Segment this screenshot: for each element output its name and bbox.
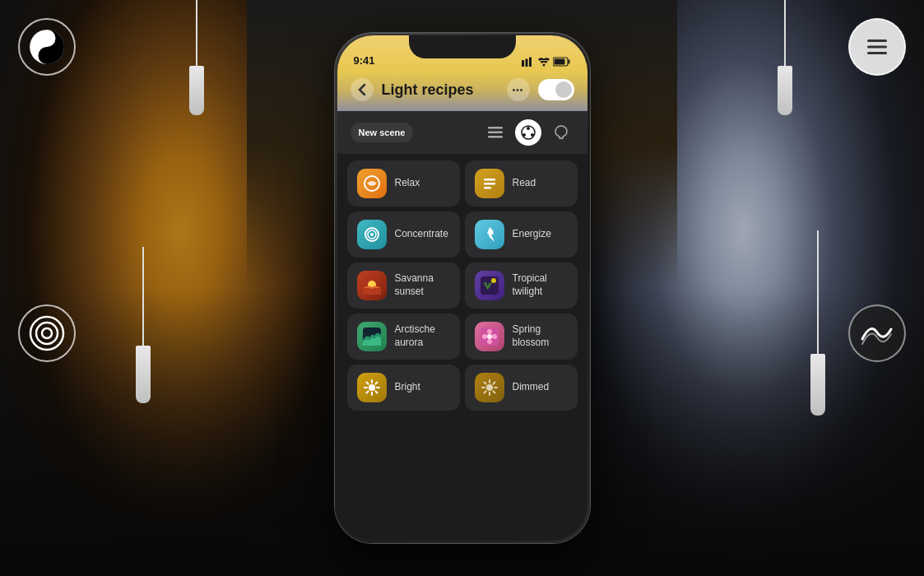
phone-screen: 9:41 bbox=[337, 35, 587, 541]
spring-label: Spring blossom bbox=[513, 323, 568, 349]
target-icon bbox=[18, 304, 76, 362]
svg-line-60 bbox=[484, 391, 485, 393]
svg-point-43 bbox=[369, 384, 375, 391]
spring-icon bbox=[475, 322, 504, 351]
svg-rect-18 bbox=[488, 132, 503, 134]
recipe-arctic-aurora[interactable]: Arctische aurora bbox=[347, 314, 460, 360]
lamp-cord bbox=[817, 230, 819, 354]
lamp-mid-right bbox=[810, 230, 825, 416]
svg-rect-19 bbox=[488, 136, 503, 138]
toolbar: New scene bbox=[337, 111, 587, 154]
relax-icon bbox=[357, 169, 387, 198]
page-title: Light recipes bbox=[382, 81, 499, 99]
status-time: 9:41 bbox=[354, 54, 375, 67]
svg-point-23 bbox=[522, 133, 526, 137]
concentrate-label: Concentrate bbox=[395, 228, 448, 241]
recipe-bright[interactable]: Bright bbox=[347, 365, 460, 411]
svg-point-13 bbox=[542, 64, 545, 67]
more-button[interactable]: ••• bbox=[507, 78, 530, 101]
relax-label: Relax bbox=[395, 177, 420, 190]
lamp-body bbox=[189, 66, 204, 115]
recipe-energize[interactable]: Energize bbox=[465, 211, 578, 258]
svg-point-38 bbox=[487, 334, 492, 339]
app-header: Light recipes ••• bbox=[337, 72, 587, 111]
lamp-cord bbox=[784, 0, 786, 66]
list-view-button[interactable] bbox=[482, 119, 508, 146]
recipe-dimmed[interactable]: Dimmed bbox=[465, 365, 578, 411]
new-label: New bbox=[359, 128, 378, 137]
svg-point-41 bbox=[482, 334, 487, 339]
svg-line-57 bbox=[484, 383, 485, 384]
lamp-body bbox=[136, 346, 151, 403]
new-scene-button[interactable]: New scene bbox=[351, 123, 414, 142]
svg-line-50 bbox=[375, 383, 377, 384]
tropical-icon bbox=[475, 271, 504, 300]
wave-icon bbox=[848, 304, 906, 362]
svg-line-58 bbox=[493, 391, 495, 393]
concentrate-icon bbox=[357, 220, 387, 249]
svg-rect-15 bbox=[568, 60, 569, 64]
recipe-tropical-twilight[interactable]: Tropical twilight bbox=[465, 262, 578, 309]
bright-icon bbox=[357, 373, 387, 402]
arctic-icon bbox=[357, 322, 387, 351]
recipe-relax[interactable]: Relax bbox=[347, 160, 460, 207]
arctic-label: Arctische aurora bbox=[395, 323, 450, 349]
svg-point-31 bbox=[370, 233, 374, 236]
lamp-cord bbox=[196, 0, 197, 66]
svg-rect-4 bbox=[867, 39, 887, 42]
status-bar: 9:41 bbox=[337, 35, 587, 72]
palette-view-button[interactable] bbox=[515, 119, 541, 146]
recipes-grid: Relax Read bbox=[337, 154, 587, 417]
svg-rect-27 bbox=[484, 183, 495, 185]
scene-label: scene bbox=[379, 128, 405, 137]
svg-point-2 bbox=[44, 53, 50, 59]
svg-rect-6 bbox=[867, 52, 887, 54]
recipe-savanna-sunset[interactable]: Savanna sunset bbox=[347, 262, 460, 309]
tropical-label: Tropical twilight bbox=[513, 272, 568, 298]
svg-line-59 bbox=[493, 383, 495, 384]
svg-rect-16 bbox=[554, 59, 564, 65]
phone-mockup: 9:41 bbox=[335, 33, 590, 543]
savanna-icon bbox=[357, 271, 387, 300]
svg-rect-11 bbox=[525, 59, 527, 67]
toggle-switch[interactable] bbox=[538, 79, 574, 100]
svg-line-49 bbox=[375, 391, 377, 393]
lamp-body bbox=[810, 354, 825, 416]
svg-rect-33 bbox=[363, 288, 381, 295]
recipe-read[interactable]: Read bbox=[465, 160, 578, 207]
svg-line-51 bbox=[366, 391, 368, 393]
lamp-body bbox=[778, 66, 792, 115]
yin-yang-icon bbox=[18, 18, 76, 76]
bright-label: Bright bbox=[395, 381, 420, 394]
lamp-top-left bbox=[189, 0, 204, 115]
bulb-view-button[interactable] bbox=[548, 119, 574, 146]
svg-rect-26 bbox=[484, 179, 495, 181]
dimmed-label: Dimmed bbox=[513, 381, 550, 394]
svg-rect-28 bbox=[484, 187, 491, 189]
notch bbox=[409, 35, 516, 58]
dimmed-icon bbox=[475, 373, 504, 402]
svg-rect-10 bbox=[522, 60, 524, 67]
svg-rect-24 bbox=[560, 138, 563, 139]
read-label: Read bbox=[513, 177, 536, 190]
lamp-mid-left bbox=[136, 247, 151, 403]
svg-point-35 bbox=[491, 278, 496, 283]
read-icon bbox=[475, 169, 504, 198]
status-icons bbox=[522, 57, 571, 67]
energize-icon bbox=[475, 220, 504, 249]
svg-point-1 bbox=[44, 35, 50, 42]
back-button[interactable] bbox=[351, 78, 374, 101]
lamp-top-right bbox=[778, 0, 792, 115]
energize-label: Energize bbox=[513, 228, 551, 241]
menu-icon[interactable] bbox=[848, 18, 906, 76]
svg-point-22 bbox=[531, 133, 534, 137]
svg-line-48 bbox=[366, 383, 368, 384]
svg-point-9 bbox=[42, 328, 52, 338]
svg-rect-5 bbox=[867, 46, 887, 49]
recipe-concentrate[interactable]: Concentrate bbox=[347, 211, 460, 258]
savanna-label: Savanna sunset bbox=[395, 272, 450, 298]
svg-point-8 bbox=[36, 323, 58, 344]
recipe-spring-blossom[interactable]: Spring blossom bbox=[465, 314, 578, 360]
svg-point-42 bbox=[492, 334, 497, 339]
svg-point-39 bbox=[487, 329, 492, 334]
